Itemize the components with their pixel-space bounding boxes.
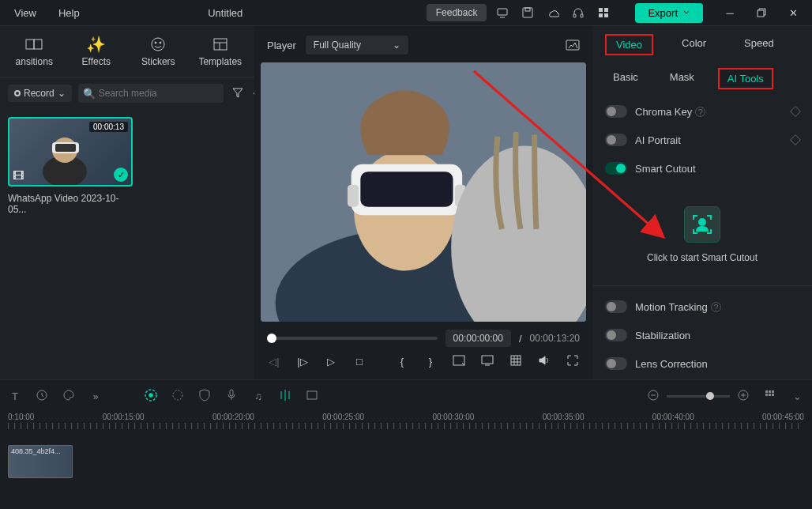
prop-stabilization: Stabilization bbox=[592, 321, 812, 349]
keyframe-button[interactable] bbox=[790, 106, 801, 117]
mark-out-button[interactable]: } bbox=[423, 356, 438, 368]
subtab-mask[interactable]: Mask bbox=[662, 68, 702, 89]
svg-rect-3 bbox=[525, 8, 530, 11]
svg-rect-46 bbox=[230, 390, 233, 396]
stickers-icon bbox=[150, 36, 166, 53]
tab-video[interactable]: Video bbox=[605, 34, 653, 55]
tab-stickers[interactable]: Stickers bbox=[127, 32, 190, 70]
subtab-aitools[interactable]: AI Tools bbox=[718, 68, 773, 89]
timeline-clip[interactable]: 408.35_4b2f4... bbox=[8, 445, 73, 478]
toggle-aiportrait[interactable] bbox=[605, 134, 627, 146]
screen-icon[interactable] bbox=[493, 3, 512, 22]
toggle-chromakey[interactable] bbox=[605, 105, 627, 118]
filter-button[interactable] bbox=[230, 85, 246, 103]
tab-speed[interactable]: Speed bbox=[735, 34, 784, 55]
grid-button[interactable] bbox=[509, 355, 523, 368]
ratio-button[interactable] bbox=[452, 355, 466, 368]
apps-icon[interactable] bbox=[594, 3, 613, 22]
crop-tool[interactable] bbox=[305, 390, 319, 403]
svg-rect-59 bbox=[765, 394, 768, 396]
feedback-button[interactable]: Feedback bbox=[427, 4, 487, 21]
svg-point-44 bbox=[149, 394, 152, 397]
svg-rect-9 bbox=[604, 13, 608, 17]
text-tool[interactable]: T bbox=[8, 390, 22, 402]
search-input[interactable] bbox=[78, 84, 224, 103]
tab-color[interactable]: Color bbox=[672, 34, 716, 55]
back-button[interactable]: |▷ bbox=[295, 356, 310, 368]
svg-rect-10 bbox=[757, 10, 764, 17]
playback-controls: ◁| |▷ ▷ □ { } bbox=[261, 350, 586, 373]
timeline-clip-label: 408.35_4b2f4... bbox=[11, 447, 61, 455]
fullscreen-button[interactable] bbox=[566, 355, 580, 368]
timeline-ruler[interactable]: 0:10:00 00:00:15:00 00:00:20:00 00:00:25… bbox=[8, 411, 804, 423]
effect-tool[interactable] bbox=[171, 389, 185, 404]
info-icon[interactable]: ? bbox=[711, 302, 721, 312]
shield-tool[interactable] bbox=[197, 389, 212, 404]
more-tools[interactable]: » bbox=[88, 390, 103, 402]
tool-tabs: ansitions ✨Effects Stickers Templates bbox=[0, 26, 254, 77]
save-icon[interactable] bbox=[518, 3, 537, 22]
svg-rect-60 bbox=[769, 394, 771, 396]
svg-rect-16 bbox=[214, 39, 227, 50]
zoom-handle[interactable] bbox=[706, 392, 714, 400]
palette-tool[interactable] bbox=[62, 389, 76, 404]
clip-name: WhatsApp Video 2023-10-05... bbox=[8, 193, 133, 215]
progress-bar[interactable] bbox=[267, 337, 438, 340]
view-mode-button[interactable] bbox=[763, 390, 777, 403]
record-button[interactable]: Record⌄ bbox=[8, 85, 72, 102]
toggle-stabilization[interactable] bbox=[605, 329, 627, 341]
svg-rect-33 bbox=[482, 356, 493, 364]
search-icon: 🔍 bbox=[83, 88, 96, 100]
ruler-tick: 00:00:35:00 bbox=[543, 413, 585, 421]
record-label: Record bbox=[24, 88, 55, 99]
toggle-smartcutout[interactable] bbox=[605, 162, 627, 175]
subtab-basic[interactable]: Basic bbox=[605, 68, 646, 89]
time-tool[interactable] bbox=[35, 389, 49, 404]
headphones-icon[interactable] bbox=[569, 3, 588, 22]
svg-rect-57 bbox=[769, 390, 771, 393]
cloud-icon[interactable] bbox=[543, 3, 562, 22]
close-button[interactable]: ✕ bbox=[780, 3, 806, 22]
stop-button[interactable]: □ bbox=[352, 356, 367, 368]
export-button[interactable]: Export bbox=[635, 3, 703, 23]
player-header: Player Full Quality⌄ bbox=[261, 32, 586, 62]
audio-tool[interactable]: ♫ bbox=[251, 390, 265, 402]
maximize-button[interactable] bbox=[749, 3, 774, 22]
ruler-ticks bbox=[8, 423, 804, 429]
keyframe-button[interactable] bbox=[790, 134, 801, 145]
toggle-motiontracking[interactable] bbox=[605, 300, 627, 313]
ai-tool[interactable] bbox=[144, 388, 158, 405]
time-sep: / bbox=[519, 333, 522, 345]
quality-select[interactable]: Full Quality⌄ bbox=[306, 36, 408, 55]
progress-handle[interactable] bbox=[267, 334, 276, 343]
volume-button[interactable] bbox=[537, 355, 551, 368]
video-preview[interactable] bbox=[261, 62, 586, 322]
tab-effects[interactable]: ✨Effects bbox=[66, 32, 128, 70]
info-icon[interactable]: ? bbox=[695, 107, 705, 117]
adjust-tool[interactable] bbox=[278, 389, 292, 404]
minimize-button[interactable]: ─ bbox=[717, 3, 742, 22]
zoom-slider[interactable] bbox=[667, 395, 730, 398]
progress-row: 00:00:00:00 / 00:00:13:20 bbox=[261, 322, 586, 350]
zoom-in-button[interactable] bbox=[736, 389, 750, 404]
prev-button[interactable]: ◁| bbox=[267, 356, 281, 368]
tab-templates[interactable]: Templates bbox=[190, 32, 252, 70]
settings-button[interactable]: ⌄ bbox=[790, 390, 804, 402]
mic-tool[interactable] bbox=[224, 389, 239, 404]
svg-point-13 bbox=[152, 38, 164, 51]
zoom-out-button[interactable] bbox=[646, 389, 660, 404]
play-button[interactable]: ▷ bbox=[324, 356, 338, 368]
svg-rect-2 bbox=[523, 8, 532, 17]
tab-transitions[interactable]: ansitions bbox=[3, 32, 66, 70]
media-clip[interactable]: 00:00:13 🎞 ✓ WhatsApp Video 2023-10-05..… bbox=[8, 117, 133, 215]
toggle-lenscorrection[interactable] bbox=[605, 357, 627, 370]
prop-label: AI Portrait bbox=[635, 134, 784, 146]
display-button[interactable] bbox=[480, 355, 494, 368]
ruler-tick: 00:00:40:00 bbox=[652, 413, 694, 421]
mark-in-button[interactable]: { bbox=[395, 356, 409, 368]
svg-point-40 bbox=[699, 219, 705, 225]
svg-rect-58 bbox=[772, 390, 774, 393]
svg-rect-0 bbox=[498, 9, 507, 15]
snapshot-button[interactable] bbox=[566, 38, 580, 53]
start-smartcutout-button[interactable] bbox=[684, 206, 720, 243]
